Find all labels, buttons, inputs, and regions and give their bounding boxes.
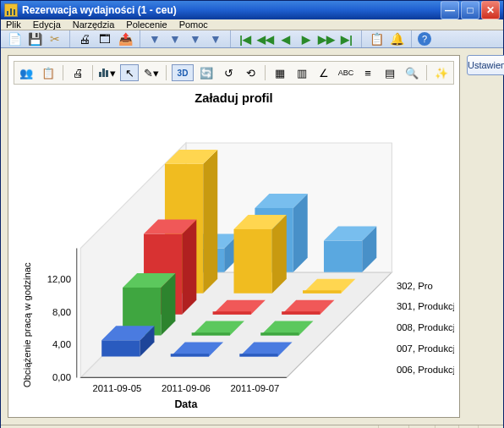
- separator: [426, 65, 427, 80]
- xtick: 2011-09-06: [162, 383, 211, 393]
- rotate2-icon[interactable]: ↺: [219, 64, 238, 81]
- separator: [411, 30, 412, 47]
- nav-forward-icon[interactable]: ▶▶: [318, 30, 335, 47]
- separator: [230, 30, 231, 47]
- chart-title: Załaduj profil: [194, 91, 272, 105]
- export-icon[interactable]: 📤: [117, 30, 134, 47]
- svg-marker-29: [192, 332, 230, 335]
- separator: [92, 65, 93, 80]
- separator: [140, 30, 140, 47]
- settings-button[interactable]: Ustawienia: [467, 55, 504, 75]
- svg-marker-31: [260, 332, 299, 335]
- 3d-toggle[interactable]: 3D: [172, 64, 194, 81]
- separator: [361, 30, 362, 47]
- rotate-icon[interactable]: 🔄: [197, 64, 216, 81]
- pen-icon[interactable]: ✎▾: [142, 64, 161, 81]
- grid-icon[interactable]: ▥: [293, 64, 311, 81]
- app-icon: [4, 3, 18, 17]
- maximize-button[interactable]: □: [461, 1, 479, 19]
- nav-first-icon[interactable]: |◀: [237, 30, 254, 47]
- minimize-button[interactable]: —: [441, 1, 459, 19]
- chart-toolbar: 👥 📋 🖨 ▾ ↖ ✎▾ 3D 🔄 ↺ ⟲ ▦ ▥ ∠ ABC ≡ ▤: [14, 61, 454, 85]
- labels-icon[interactable]: ABC: [337, 64, 355, 81]
- preview-icon[interactable]: 🗔: [96, 30, 113, 47]
- side-pane: Ustawienia: [467, 55, 504, 418]
- axes-icon[interactable]: ∠: [315, 64, 333, 81]
- x-axis-label: Data: [174, 398, 197, 410]
- separator: [63, 65, 63, 80]
- menu-command[interactable]: Polecenie: [126, 19, 167, 30]
- series-label: 302, Pro: [397, 281, 433, 291]
- menu-edit[interactable]: Edycja: [33, 19, 61, 30]
- svg-marker-24: [282, 311, 320, 314]
- ytick: 12,00: [47, 274, 71, 284]
- svg-marker-32: [101, 340, 140, 356]
- new-icon[interactable]: 📄: [6, 30, 23, 47]
- series-label: 301, Produkcja: [397, 301, 454, 311]
- close-button[interactable]: ✕: [481, 1, 500, 19]
- help-icon[interactable]: ?: [418, 32, 431, 46]
- nav-prev-icon[interactable]: ◀: [277, 30, 294, 47]
- series-label: 006, Produkcja: [397, 365, 454, 375]
- menu-file[interactable]: Plik: [6, 19, 21, 30]
- filter4-icon[interactable]: ▼: [207, 30, 224, 47]
- menu-help[interactable]: Pomoc: [179, 19, 208, 30]
- main-toolbar: 📄 💾 ✂ 🖨 🗔 📤 ▼ ▼ ▼ ▼ |◀ ◀◀ ◀ ▶ ▶▶ ▶| 📋 🔔 …: [1, 30, 503, 48]
- svg-marker-19: [182, 220, 196, 315]
- menu-tools[interactable]: Narzędzia: [73, 19, 115, 30]
- pointer-icon[interactable]: ↖: [120, 64, 139, 81]
- separator: [265, 65, 266, 80]
- print-chart-icon[interactable]: 🖨: [68, 64, 87, 81]
- svg-marker-38: [239, 354, 277, 356]
- window-title: Rezerwacja wydajności (1 - ceu): [22, 4, 439, 16]
- titlebar[interactable]: Rezerwacja wydajności (1 - ceu) — □ ✕: [1, 1, 503, 19]
- chart-svg: Załaduj profil 0,00 4,00 8,00 12,00 Obci…: [14, 85, 454, 412]
- zoom-icon[interactable]: 🔍: [403, 64, 421, 81]
- xtick: 2011-09-07: [230, 383, 279, 393]
- series-label: 007, Produkcja: [397, 343, 454, 354]
- bar-301-c1: [234, 215, 287, 294]
- filter3-icon[interactable]: ▼: [187, 30, 204, 47]
- separator: [69, 30, 70, 47]
- chart-area: Załaduj profil 0,00 4,00 8,00 12,00 Obci…: [14, 85, 454, 412]
- save-icon[interactable]: 💾: [26, 30, 43, 47]
- svg-marker-11: [203, 150, 217, 294]
- chart-type-icon[interactable]: ▾: [98, 64, 117, 81]
- list-icon[interactable]: ≡: [359, 64, 377, 81]
- doc-icon[interactable]: 📋: [368, 30, 385, 47]
- wand-icon[interactable]: ✨: [432, 64, 451, 81]
- svg-marker-17: [303, 290, 341, 293]
- nav-rewind-icon[interactable]: ◀◀: [257, 30, 274, 47]
- rotate3-icon[interactable]: ⟲: [241, 64, 260, 81]
- filter2-icon[interactable]: ▼: [167, 30, 184, 47]
- legend-icon[interactable]: ▦: [271, 64, 289, 81]
- svg-marker-7: [324, 240, 362, 272]
- print-icon[interactable]: 🖨: [76, 30, 93, 47]
- svg-marker-36: [171, 354, 209, 356]
- y-axis-label: Obciążenie pracą w godzinac: [22, 262, 32, 387]
- chart-frame: 👥 📋 🖨 ▾ ↖ ✎▾ 3D 🔄 ↺ ⟲ ▦ ▥ ∠ ABC ≡ ▤: [8, 55, 460, 418]
- nav-next-icon[interactable]: ▶: [298, 30, 315, 47]
- svg-marker-13: [234, 229, 272, 294]
- menubar: Plik Edycja Narzędzia Polecenie Pomoc: [1, 19, 503, 30]
- ytick: 4,00: [52, 339, 71, 349]
- xtick: 2011-09-05: [92, 383, 141, 393]
- statusbar: Ustaw dane związane z profilem zdolności…: [1, 425, 503, 428]
- ytick: 0,00: [52, 372, 71, 382]
- bar-302-c2: [324, 226, 376, 272]
- props-icon[interactable]: ▤: [381, 64, 399, 81]
- svg-marker-22: [213, 311, 251, 314]
- series-label: 008, Produkcja: [397, 322, 454, 332]
- app-window: Rezerwacja wydajności (1 - ceu) — □ ✕ Pl…: [0, 0, 504, 428]
- content-area: 👥 📋 🖨 ▾ ↖ ✎▾ 3D 🔄 ↺ ⟲ ▦ ▥ ∠ ABC ≡ ▤: [1, 48, 503, 425]
- people-icon[interactable]: 👥: [17, 64, 36, 81]
- filter1-icon[interactable]: ▼: [146, 30, 163, 47]
- ytick: 8,00: [52, 307, 71, 317]
- nav-last-icon[interactable]: ▶|: [338, 30, 355, 47]
- cut-icon[interactable]: ✂: [47, 30, 63, 47]
- bell-icon[interactable]: 🔔: [388, 30, 405, 47]
- separator: [166, 65, 167, 80]
- copy-icon[interactable]: 📋: [39, 64, 58, 81]
